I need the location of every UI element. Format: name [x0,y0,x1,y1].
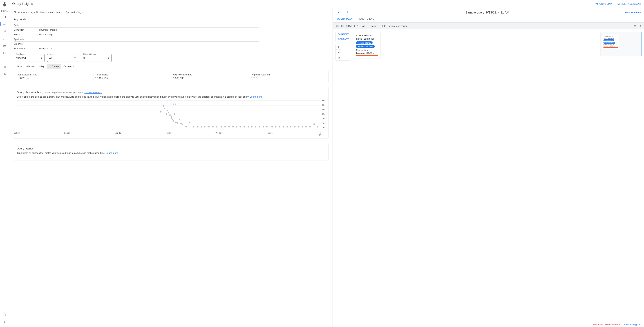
sample-dot[interactable] [283,126,284,128]
expand-icon[interactable] [639,24,642,28]
timerange-7days[interactable]: 7 days [47,64,61,69]
sample-dot[interactable] [313,123,315,125]
rail-item-clipboard[interactable] [0,312,9,318]
sample-dot[interactable] [162,105,164,106]
timerange-1day[interactable]: 1 day [37,64,46,69]
sample-dot[interactable] [244,126,245,128]
sample-dot-selected[interactable] [174,103,176,105]
rail-item-import[interactable] [0,28,9,34]
timerange-custom[interactable]: Custom ▼ [62,64,76,69]
sample-dot[interactable] [236,126,237,128]
sample-dot[interactable] [294,126,296,128]
sample-dot[interactable] [208,126,210,128]
rail-item-panel[interactable] [0,43,9,49]
prev-sample-button[interactable] [336,10,341,15]
sample-dot[interactable] [279,126,280,128]
caret-down-icon: ▼ [40,57,43,60]
left-panel[interactable]: All instances › mysql-instance-demo-inst… [9,8,333,327]
samples-scatter-chart[interactable]: 0s10s20s30s40s50s60sSat 10Sun 11Mon 12Tu… [17,100,326,135]
sample-dot[interactable] [305,126,307,128]
sample-dot[interactable] [232,126,234,128]
database-select[interactable]: Database workload ▼ [14,54,45,62]
sample-dot[interactable] [216,126,217,128]
sample-dot[interactable] [258,126,260,128]
sample-dot[interactable] [175,122,177,123]
timerange-6hours[interactable]: 6 hours [25,64,36,69]
chat-icon [617,2,620,6]
plan-canvas[interactable]: EXPANDED COMPACT Count rows in demo_cust… [333,29,644,327]
rail-item-collapse[interactable] [0,319,9,325]
sample-dot[interactable] [168,112,169,114]
client-address-select[interactable]: Client address All ▼ [81,54,112,62]
sample-dot[interactable] [197,126,198,128]
sample-dot[interactable] [248,126,249,128]
user-select[interactable]: User All ▼ [47,54,78,62]
sample-dot[interactable] [228,126,230,128]
sample-dot[interactable] [174,113,175,115]
fullscreen-button[interactable]: FULLSCREEN [625,11,641,14]
sample-dot[interactable] [221,126,222,128]
sample-dot[interactable] [286,126,288,128]
sample-dot[interactable] [298,126,300,128]
rail-item-form[interactable] [0,72,9,78]
sample-dot[interactable] [200,126,202,128]
sample-dot[interactable] [189,122,190,123]
zoom-in-button[interactable] [336,44,342,50]
plan-minimap[interactable]: Count rows in demo_customer Highest late… [600,32,642,56]
sample-dot[interactable] [255,126,256,128]
sample-dot[interactable] [212,126,214,128]
next-sample-button[interactable] [345,10,350,15]
sample-dot[interactable] [182,124,183,125]
sample-dot[interactable] [251,126,252,128]
sample-dot[interactable] [266,126,268,128]
sample-dot[interactable] [169,114,171,116]
change-rate-link[interactable]: Change the rate. [84,91,100,94]
sample-dot[interactable] [173,120,174,122]
plan-node[interactable]: Count rows in demo_customer Highest late… [354,32,381,58]
sample-dot[interactable] [302,126,303,128]
expanded-toggle[interactable]: EXPANDED [336,32,351,37]
rail-item-users[interactable] [0,36,9,42]
show-debug-link[interactable]: Show debug panel [624,324,642,326]
sample-dot[interactable] [166,113,167,115]
rail-item-storage[interactable] [0,50,9,56]
zoom-out-button[interactable] [336,50,342,55]
sample-dot[interactable] [263,126,264,128]
learn-more-link[interactable]: Learn more [106,152,118,154]
sample-dot[interactable] [179,119,180,120]
sample-dot[interactable] [185,126,187,128]
copy-link-button[interactable]: COPY LINK [595,2,612,6]
zoom-controls [336,44,351,60]
sample-dot[interactable] [193,126,194,128]
rail-item-tree[interactable] [0,57,9,63]
timerange-1hour[interactable]: 1 hour [14,64,24,69]
sample-dot[interactable] [167,110,168,111]
sample-dot[interactable] [309,126,311,128]
sample-dot[interactable] [290,126,292,128]
rail-item-insights[interactable] [0,21,9,27]
sample-dot[interactable] [275,126,276,128]
sample-dot[interactable] [171,116,172,118]
compact-toggle[interactable]: COMPACT [336,37,351,42]
help-assistant-button[interactable]: HELP ASSISTANT [617,2,641,6]
sample-dot[interactable] [160,111,162,112]
learn-more-link[interactable]: Learn more [250,96,262,98]
sample-dot[interactable] [204,126,206,128]
breadcrumb-instance[interactable]: mysql-instance-demo-instance [30,11,62,14]
tag-row: Application' ' [14,37,259,42]
zoom-reset-button[interactable] [336,55,342,60]
tab-end-to-end[interactable]: END TO END [359,16,375,22]
tab-query-plan[interactable]: QUERY PLAN [336,16,353,22]
rail-item-book[interactable] [0,14,9,20]
sample-dot[interactable] [317,126,318,128]
rail-item-list[interactable] [0,64,9,70]
sample-dot[interactable] [224,126,226,128]
sample-dot[interactable] [172,119,173,120]
sample-dot[interactable] [272,126,273,128]
sample-dot[interactable] [177,122,178,124]
copy-icon[interactable] [633,24,636,28]
sample-dot[interactable] [240,126,241,128]
sample-dot[interactable] [180,123,182,124]
sample-dot[interactable] [164,108,165,109]
breadcrumb-root[interactable]: All instances [14,11,27,14]
